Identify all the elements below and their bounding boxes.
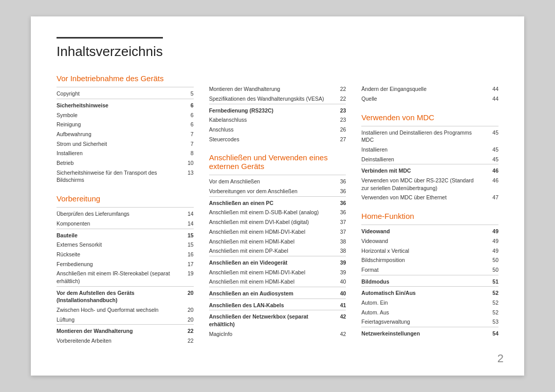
- toc-entry-page: 37: [325, 227, 346, 237]
- toc-entry-label: Anschließen an einen PC: [209, 196, 326, 208]
- toc-entry-label: Montieren der Wandhalterung: [57, 325, 173, 336]
- table-row: Überprüfen des Lieferumfangs14: [57, 208, 194, 219]
- toc-entry-page: 39: [325, 256, 346, 267]
- section-title: Anschließen und Verwenden eines externen…: [209, 153, 346, 171]
- toc-entry-label: Videowand: [361, 236, 478, 246]
- table-row: Reinigung6: [57, 120, 194, 129]
- toc-table: Vor dem Anschließen36Vorbereitungen vor …: [209, 175, 346, 339]
- toc-entry-label: Steuercodes: [209, 135, 326, 144]
- table-row: Netzwerkeinstellungen54: [361, 327, 498, 339]
- toc-entry-page: 27: [325, 135, 346, 144]
- toc-entry-page: 7: [173, 129, 194, 139]
- toc-entry-label: Deinstallieren: [361, 155, 478, 164]
- toc-entry-page: 5: [173, 87, 194, 99]
- toc-entry-label: Betrieb: [57, 158, 173, 168]
- toc-entry-page: 46: [478, 176, 498, 193]
- content-columns: Vor Inbetriebnahme des GerätsCopyright5S…: [57, 74, 498, 355]
- table-row: Vor dem Anschließen36: [209, 175, 346, 186]
- table-row: Vorbereitende Arbeiten22: [57, 336, 194, 346]
- table-row: Quelle44: [361, 94, 498, 104]
- table-row: Autom. Ein52: [361, 298, 498, 308]
- table-row: Symbole6: [57, 110, 194, 120]
- toc-entry-page: 40: [325, 277, 346, 287]
- toc-entry-label: Videowand: [361, 225, 478, 236]
- toc-entry-label: Fernbedienung (RS232C): [209, 104, 326, 115]
- table-row: Anschließen an einen PC36: [209, 196, 346, 208]
- toc-entry-label: Vor dem Anschließen: [209, 175, 326, 186]
- toc-table: Montieren der Wandhalterung22Spezifikati…: [209, 84, 346, 144]
- section-title: Verwenden von MDC: [361, 113, 498, 122]
- table-row: Fernbedienung17: [57, 259, 194, 269]
- toc-entry-label: Anschließen mit einem DP-Kabel: [209, 246, 326, 256]
- toc-entry-label: Strom und Sicherheit: [57, 139, 173, 149]
- toc-entry-label: MagicInfo: [209, 329, 326, 339]
- toc-entry-label: Anschluss: [209, 125, 326, 135]
- table-row: Videowand49: [361, 236, 498, 246]
- toc-entry-label: Spezifikationen des Wandhalterungskits (…: [209, 94, 326, 104]
- table-row: Vor dem Aufstellen des Geräts (Installat…: [57, 286, 194, 305]
- toc-entry-page: 49: [478, 225, 498, 236]
- toc-entry-page: 53: [478, 317, 498, 327]
- toc-entry-page: 52: [478, 298, 498, 308]
- toc-table: Copyright5Sicherheitshinweise6Symbole6Re…: [57, 87, 194, 185]
- toc-entry-page: 44: [478, 84, 498, 94]
- table-row: Ändern der Eingangsquelle44: [361, 84, 498, 94]
- toc-entry-label: Bauteile: [57, 229, 173, 240]
- table-row: Sicherheitshinweise für den Transport de…: [57, 168, 194, 185]
- toc-entry-label: Reinigung: [57, 120, 173, 129]
- table-row: Anschließen mit einem HDMI-DVI-Kabel37: [209, 227, 346, 237]
- table-row: Feiertagsverwaltung53: [361, 317, 498, 327]
- section-title: Vor Inbetriebnahme des Geräts: [57, 74, 194, 83]
- toc-entry-label: Bildschirmposition: [361, 255, 478, 265]
- toc-entry-label: Anschließen an ein Videogerät: [209, 256, 326, 267]
- toc-entry-page: 36: [325, 175, 346, 186]
- toc-entry-label: Fernbedienung: [57, 259, 173, 269]
- toc-entry-page: 39: [325, 268, 346, 277]
- table-row: Anschließen mit einem HDMI-DVI-Kabel39: [209, 268, 346, 277]
- table-row: Verwenden von MDC über RS-232C (Standard…: [361, 176, 498, 193]
- toc-entry-page: 17: [173, 259, 194, 269]
- toc-entry-label: Anschließen mit einem HDMI-Kabel: [209, 237, 326, 247]
- table-row: Montieren der Wandhalterung22: [57, 325, 194, 336]
- toc-entry-page: 36: [325, 196, 346, 208]
- toc-entry-label: Montieren der Wandhalterung: [209, 84, 326, 94]
- table-row: Autom. Aus52: [361, 308, 498, 318]
- table-row: Anschließen des LAN-Kabels41: [209, 298, 346, 310]
- toc-entry-label: Vorbereitungen vor dem Anschließen: [209, 186, 326, 196]
- toc-entry-label: Bildmodus: [361, 275, 478, 287]
- toc-entry-page: 22: [173, 336, 194, 346]
- toc-entry-page: 8: [173, 148, 194, 158]
- table-row: Horizontal x Vertical49: [361, 246, 498, 256]
- table-row: Anschließen mit einem D-SUB-Kabel (analo…: [209, 208, 346, 217]
- toc-entry-label: Autom. Aus: [361, 308, 478, 318]
- toc-entry-page: 49: [478, 236, 498, 246]
- table-row: Bildschirmposition50: [361, 255, 498, 265]
- toc-entry-label: Anschließen mit einem HDMI-Kabel: [209, 277, 326, 287]
- toc-entry-label: Feiertagsverwaltung: [361, 317, 478, 327]
- toc-entry-page: 20: [173, 286, 194, 305]
- table-row: Spezifikationen des Wandhalterungskits (…: [209, 94, 346, 104]
- toc-entry-page: 15: [173, 240, 194, 250]
- toc-entry-label: Horizontal x Vertical: [361, 246, 478, 256]
- table-row: Deinstallieren45: [361, 155, 498, 164]
- toc-table: Überprüfen des Lieferumfangs14Komponente…: [57, 207, 194, 346]
- toc-entry-page: 7: [173, 139, 194, 149]
- toc-entry-page: 41: [325, 298, 346, 310]
- toc-entry-label: Komponenten: [57, 219, 173, 229]
- table-row: MagicInfo42: [209, 329, 346, 339]
- toc-entry-label: Anschließen mit einem DVI-Kabel (digital…: [209, 217, 326, 227]
- toc-entry-label: Verwenden von MDC über Ethernet: [361, 193, 478, 202]
- toc-entry-page: 20: [173, 305, 194, 315]
- toc-entry-label: Anschließen des LAN-Kabels: [209, 298, 326, 310]
- table-row: Anschließen an ein Audiosystem40: [209, 287, 346, 298]
- table-row: Kabelanschluss23: [209, 115, 346, 125]
- toc-entry-label: Installieren: [361, 145, 478, 155]
- toc-entry-label: Installieren und Deinstallieren des Prog…: [361, 126, 478, 145]
- toc-entry-label: Verbinden mit MDC: [361, 164, 478, 176]
- table-row: Steuercodes27: [209, 135, 346, 144]
- toc-entry-page: 47: [478, 193, 498, 202]
- toc-entry-page: 20: [173, 315, 194, 325]
- table-row: Anschließen mit einem DVI-Kabel (digital…: [209, 217, 346, 227]
- column-3: Ändern der Eingangsquelle44Quelle44Verwe…: [361, 74, 498, 355]
- toc-entry-label: Rückseite: [57, 250, 173, 259]
